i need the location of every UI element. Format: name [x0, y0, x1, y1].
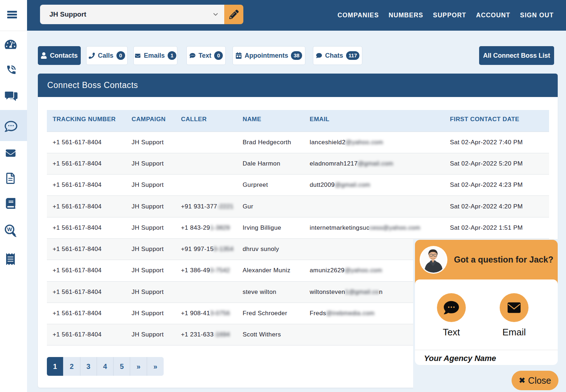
svg-text:W: W — [7, 226, 12, 232]
